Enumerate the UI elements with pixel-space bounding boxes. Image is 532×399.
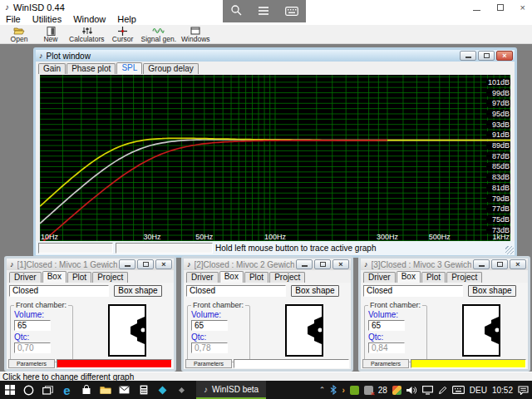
menu-window[interactable]: Window — [67, 14, 111, 25]
menu-file[interactable]: File — [0, 14, 27, 25]
menu-icon[interactable] — [258, 4, 269, 19]
volume-icon[interactable] — [406, 381, 417, 399]
calculators-button[interactable]: Calculators — [66, 25, 107, 44]
tab-project[interactable]: Project — [92, 272, 128, 283]
driver-window-titlebar[interactable]: ♪ [3]Closed : Mivoc 3 Gewichte × — [361, 259, 528, 270]
taskbar-app-winisd[interactable]: ♪ WinISD beta — [196, 381, 266, 399]
nvidia-tray-icon[interactable] — [350, 381, 359, 399]
chevron-tray-icon[interactable]: › — [342, 381, 344, 399]
close-button[interactable]: × — [155, 259, 172, 269]
tab-plot[interactable]: Plot — [67, 272, 91, 283]
task-view-icon[interactable] — [38, 381, 57, 399]
mail-icon[interactable] — [115, 381, 134, 399]
hidden-icons-chevron[interactable]: ⌃ — [319, 381, 326, 399]
tab-spl[interactable]: SPL — [116, 62, 142, 74]
qtc-input[interactable] — [368, 342, 405, 353]
driver-window-titlebar[interactable]: ♪ [2]Closed : Mivoc 2 Gewichte × — [184, 259, 351, 270]
open-button[interactable]: Open — [3, 25, 35, 44]
calculator-app-icon[interactable] — [134, 381, 153, 399]
touch-keyboard-icon[interactable] — [452, 381, 465, 399]
box-shape-button[interactable]: Box shape — [291, 285, 339, 297]
volume-input[interactable] — [191, 320, 228, 331]
store-icon[interactable] — [76, 381, 96, 399]
minimize-button[interactable] — [296, 259, 313, 269]
maximize-button[interactable] — [497, 2, 504, 12]
bluetooth-icon[interactable] — [330, 381, 337, 399]
tab-box[interactable]: Box — [397, 271, 421, 283]
temperature-tray-value[interactable]: 28 — [378, 381, 387, 399]
close-button[interactable]: × — [496, 51, 513, 61]
svg-text:30Hz: 30Hz — [144, 233, 162, 241]
magnifier-icon[interactable] — [230, 4, 242, 19]
cursor-button[interactable]: Cursor — [107, 25, 139, 44]
volume-input[interactable] — [14, 320, 51, 331]
file-explorer-icon[interactable] — [96, 381, 115, 399]
cortana-icon[interactable] — [19, 381, 38, 399]
minimize-button[interactable] — [473, 2, 480, 12]
speaker-icon — [464, 306, 499, 355]
tab-gain[interactable]: Gain — [38, 63, 66, 74]
maximize-button[interactable] — [137, 259, 154, 269]
front-chamber-group: Front chamber: Volume: Qtc: — [364, 301, 427, 362]
maximize-button[interactable] — [491, 259, 508, 269]
maximize-button[interactable] — [314, 259, 331, 269]
tab-box[interactable]: Box — [42, 271, 66, 283]
box-shape-button[interactable]: Box shape — [114, 285, 162, 297]
menu-utilities[interactable]: Utilities — [27, 14, 67, 25]
app-statusbar[interactable]: Click here to change different graph — [0, 372, 532, 381]
plot-window-titlebar[interactable]: ♪ Plot window × — [36, 50, 515, 62]
tab-group-delay[interactable]: Group delay — [143, 63, 198, 74]
clock[interactable]: 10:52 — [492, 381, 513, 399]
tab-project[interactable]: Project — [269, 272, 305, 283]
language-indicator[interactable]: DEU — [470, 381, 487, 399]
windows-button[interactable]: Windows — [179, 25, 212, 44]
close-button[interactable]: × — [510, 259, 526, 269]
close-button[interactable]: × — [332, 259, 349, 269]
front-chamber-group: Front chamber: Volume: Qtc: — [10, 301, 73, 362]
parameters-tab[interactable]: Parameters — [185, 359, 232, 368]
blue-diamond-app-icon[interactable] — [153, 381, 172, 399]
spl-chart[interactable]: 73dB75dB77dB79dB81dB83dB85dB87dB89dB91dB… — [40, 75, 510, 241]
gamepad-disconnected-icon[interactable]: × — [364, 381, 373, 399]
minimize-button[interactable] — [460, 51, 476, 61]
svg-text:97dB: 97dB — [492, 99, 510, 107]
network-display-icon[interactable] — [422, 381, 433, 399]
qtc-input[interactable] — [191, 342, 228, 353]
gray-diamond-app-icon[interactable] — [172, 381, 191, 399]
minimize-button[interactable] — [473, 259, 490, 269]
driver-window-titlebar[interactable]: ♪ [1]Closed : Mivoc 1 Gewicht × — [7, 259, 174, 270]
parameters-tab[interactable]: Parameters — [362, 359, 409, 368]
tab-driver[interactable]: Driver — [363, 272, 396, 283]
box-type-select[interactable]: Closed — [9, 285, 109, 297]
tab-plot[interactable]: Plot — [421, 272, 446, 283]
box-type-select[interactable]: Closed — [363, 285, 463, 297]
start-button[interactable] — [0, 381, 19, 399]
maximize-button[interactable] — [478, 51, 495, 61]
menu-help[interactable]: Help — [111, 14, 142, 25]
qtc-input[interactable] — [14, 342, 51, 353]
volume-input[interactable] — [368, 320, 405, 331]
close-button[interactable]: × — [520, 2, 525, 12]
tab-plot[interactable]: Plot — [244, 272, 268, 283]
front-chamber-label: Front chamber: — [191, 301, 245, 309]
box-type-select[interactable]: Closed — [186, 285, 286, 297]
mdi-area: ♪ Plot window × Gain Phase plot SPL Grou… — [0, 44, 532, 372]
signal-gen-button[interactable]: Signal gen. — [139, 25, 180, 44]
pen-icon[interactable] — [438, 381, 447, 399]
winisd-app-icon: ♪ — [5, 2, 9, 12]
keyboard-icon[interactable] — [285, 4, 298, 19]
tab-project[interactable]: Project — [446, 272, 482, 283]
tab-driver[interactable]: Driver — [186, 272, 219, 283]
desktop: ♪ WinISD 0.44 × File Utilities Window He… — [0, 0, 532, 399]
tab-box[interactable]: Box — [219, 271, 244, 283]
edge-icon[interactable]: e — [57, 381, 76, 399]
resize-grip[interactable] — [505, 246, 514, 254]
monitor-tool-tray-icon[interactable] — [392, 381, 401, 399]
parameters-tab[interactable]: Parameters — [8, 359, 55, 368]
minimize-button[interactable] — [119, 259, 135, 269]
tab-phase-plot[interactable]: Phase plot — [66, 63, 116, 74]
action-center-icon[interactable] — [518, 381, 529, 399]
new-button[interactable]: New — [35, 25, 66, 44]
box-shape-button[interactable]: Box shape — [468, 285, 516, 297]
tab-driver[interactable]: Driver — [9, 272, 42, 283]
